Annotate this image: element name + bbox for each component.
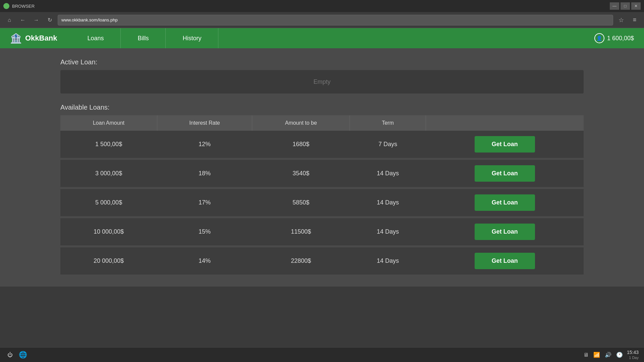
col-loan-amount: Loan Amount <box>60 115 157 131</box>
forward-button[interactable]: → <box>31 15 42 25</box>
minimize-button[interactable]: — <box>610 2 619 10</box>
user-icon: 👤 <box>594 33 604 43</box>
nav-tab-loans[interactable]: Loans <box>70 28 121 48</box>
nav-balance: 👤 1 600,00$ <box>594 33 634 43</box>
back-button[interactable]: ← <box>17 15 28 25</box>
bank-icon: 🏦 <box>10 33 22 44</box>
get-loan-button-3[interactable]: Get Loan <box>475 224 535 240</box>
cell-amount: 10 000,00$ <box>60 217 157 246</box>
active-loan-title: Active Loan: <box>60 58 584 66</box>
cell-action: Get Loan <box>426 159 584 188</box>
close-button[interactable]: ✕ <box>631 2 641 10</box>
globe-icon: 🌐 <box>19 351 28 359</box>
col-amount-to-be: Amount to be <box>252 115 350 131</box>
cell-to_be: 11500$ <box>252 217 350 246</box>
get-loan-button-2[interactable]: Get Loan <box>475 194 535 211</box>
cell-term: 14 Days <box>350 159 426 188</box>
table-row: 5 000,00$17%5850$14 DaysGet Loan <box>60 188 584 217</box>
cell-action: Get Loan <box>426 188 584 217</box>
cell-rate: 18% <box>157 159 252 188</box>
cell-to_be: 5850$ <box>252 188 350 217</box>
volume-icon: 🔊 <box>605 352 611 358</box>
cell-rate: 15% <box>157 217 252 246</box>
cell-rate: 14% <box>157 246 252 276</box>
cell-amount: 1 500,00$ <box>60 131 157 159</box>
home-button[interactable]: ⌂ <box>4 15 15 25</box>
title-bar-icon <box>3 3 9 9</box>
balance-amount: 1 600,00$ <box>607 35 634 42</box>
clock-icon: 🕐 <box>616 352 623 358</box>
table-row: 1 500,00$12%1680$7 DaysGet Loan <box>60 131 584 159</box>
cell-rate: 12% <box>157 131 252 159</box>
table-header-row: Loan Amount Interest Rate Amount to be T… <box>60 115 584 131</box>
col-term: Term <box>350 115 426 131</box>
cell-term: 7 Days <box>350 131 426 159</box>
wifi-icon: 📶 <box>593 352 600 358</box>
cell-term: 14 Days <box>350 246 426 276</box>
cell-term: 14 Days <box>350 217 426 246</box>
power-button[interactable]: ⏻ <box>5 350 15 360</box>
get-loan-button-1[interactable]: Get Loan <box>475 165 535 182</box>
cell-to_be: 3540$ <box>252 159 350 188</box>
nav-logo[interactable]: 🏦 OkkBank <box>10 33 57 44</box>
nav-tabs: Loans Bills History <box>70 28 594 48</box>
active-loan-empty: Empty <box>313 78 330 85</box>
col-interest-rate: Interest Rate <box>157 115 252 131</box>
refresh-button[interactable]: ↻ <box>44 15 55 25</box>
cell-action: Get Loan <box>426 217 584 246</box>
available-loans-title: Available Loans: <box>60 104 584 111</box>
status-time: 15:43 1 Day <box>627 349 639 360</box>
title-bar-controls: — □ ✕ <box>610 2 641 10</box>
cell-to_be: 1680$ <box>252 131 350 159</box>
screen-icon: 🖥 <box>583 352 589 358</box>
title-bar: BROWSER — □ ✕ <box>0 0 644 12</box>
cell-rate: 17% <box>157 188 252 217</box>
main-content: Active Loan: Empty Available Loans: Loan… <box>0 48 644 287</box>
cell-action: Get Loan <box>426 246 584 276</box>
active-loan-box: Empty <box>60 70 584 94</box>
cell-amount: 20 000,00$ <box>60 246 157 276</box>
cell-action: Get Loan <box>426 131 584 159</box>
cell-term: 14 Days <box>350 188 426 217</box>
col-action <box>426 115 584 131</box>
nav-bar: 🏦 OkkBank Loans Bills History 👤 1 600,00… <box>0 28 644 48</box>
table-row: 20 000,00$14%22800$14 DaysGet Loan <box>60 246 584 276</box>
browser-bar: ⌂ ← → ↻ ☆ ≡ <box>0 12 644 28</box>
status-icons: 🖥 📶 🔊 🕐 <box>583 352 623 358</box>
address-bar[interactable] <box>58 15 613 25</box>
menu-button[interactable]: ≡ <box>629 15 640 25</box>
nav-tab-bills[interactable]: Bills <box>121 28 166 48</box>
nav-logo-text: OkkBank <box>25 34 57 43</box>
nav-tab-history[interactable]: History <box>166 28 218 48</box>
cell-amount: 5 000,00$ <box>60 188 157 217</box>
title-bar-title: BROWSER <box>12 4 607 9</box>
bookmark-button[interactable]: ☆ <box>616 15 627 25</box>
get-loan-button-4[interactable]: Get Loan <box>475 253 535 269</box>
cell-to_be: 22800$ <box>252 246 350 276</box>
table-row: 3 000,00$18%3540$14 DaysGet Loan <box>60 159 584 188</box>
get-loan-button-0[interactable]: Get Loan <box>475 136 535 153</box>
loans-table: Loan Amount Interest Rate Amount to be T… <box>60 115 584 277</box>
maximize-button[interactable]: □ <box>621 2 630 10</box>
cell-amount: 3 000,00$ <box>60 159 157 188</box>
table-row: 10 000,00$15%11500$14 DaysGet Loan <box>60 217 584 246</box>
status-bar: ⏻ 🌐 🖥 📶 🔊 🕐 15:43 1 Day <box>0 347 644 362</box>
